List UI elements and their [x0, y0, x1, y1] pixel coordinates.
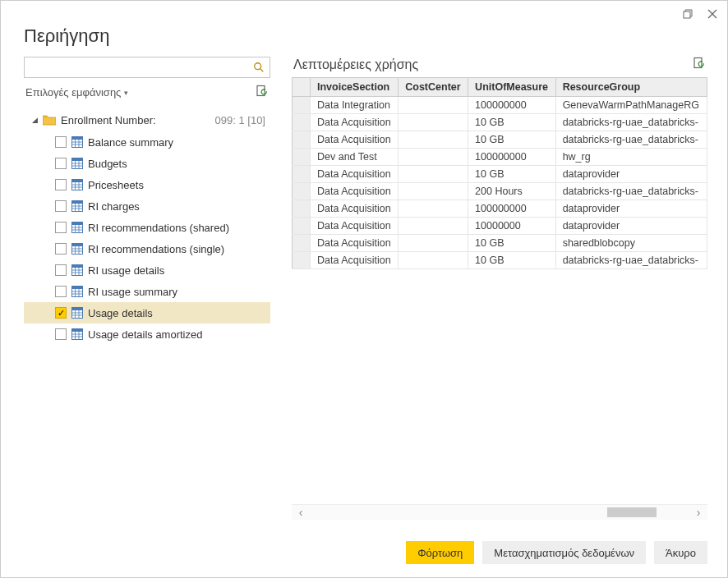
checkbox[interactable]: [55, 179, 67, 190]
cell: [399, 200, 468, 218]
tree-item[interactable]: RI usage summary: [24, 281, 270, 302]
cancel-button[interactable]: Άκυρο: [654, 541, 707, 564]
cell: [399, 149, 468, 166]
checkbox[interactable]: [55, 307, 67, 319]
row-header-cell: [293, 252, 311, 269]
svg-rect-46: [72, 287, 83, 290]
column-header[interactable]: InvoiceSection: [311, 78, 399, 97]
table-row[interactable]: Data Acquisition200 Hoursdatabricks-rg-u…: [293, 183, 707, 200]
table-row[interactable]: Data Acquisition10000000dataprovider: [293, 218, 707, 235]
window-restore-button[interactable]: [680, 6, 696, 22]
checkbox[interactable]: [55, 158, 67, 169]
table-icon: [71, 286, 83, 297]
cell: hw_rg: [555, 149, 707, 166]
cell: 100000000: [468, 149, 556, 166]
cell: dataprovider: [555, 200, 707, 218]
column-header[interactable]: UnitOfMeasure: [468, 78, 556, 97]
cell: [399, 97, 468, 114]
scroll-track[interactable]: [310, 507, 689, 517]
collapse-icon: ◢: [32, 116, 38, 124]
scroll-right-icon[interactable]: ›: [689, 505, 707, 520]
table-icon: [71, 328, 83, 340]
refresh-preview-button[interactable]: [693, 57, 706, 72]
cell: [399, 131, 468, 149]
cell: Data Acquisition: [311, 183, 399, 200]
row-header-cell: [293, 235, 311, 252]
cell: Data Acquisition: [311, 218, 399, 235]
checkbox[interactable]: [55, 222, 67, 233]
cell: Data Integration: [311, 97, 399, 114]
search-input[interactable]: [25, 62, 248, 74]
horizontal-scrollbar[interactable]: ‹ ›: [292, 505, 707, 520]
cell: Data Acquisition: [311, 166, 399, 183]
cell: databricks-rg-uae_databricks-: [555, 114, 707, 131]
scroll-left-icon[interactable]: ‹: [292, 505, 310, 520]
cell: 100000000: [468, 200, 556, 218]
cell: Data Acquisition: [311, 114, 399, 131]
tree-item[interactable]: Usage details: [24, 302, 270, 323]
tree-item[interactable]: RI usage details: [24, 259, 270, 281]
table-row[interactable]: Data Acquisition10 GBdataprovider: [293, 166, 707, 183]
tree-item[interactable]: RI recommendations (single): [24, 238, 270, 259]
window-close-button[interactable]: [704, 6, 721, 22]
cell: sharedblobcopy: [555, 235, 707, 252]
refresh-icon: [693, 57, 706, 70]
cell: databricks-rg-uae_databricks-: [555, 131, 707, 149]
tree-item-label: Balance summary: [88, 136, 173, 149]
svg-rect-0: [684, 11, 690, 18]
cell: Data Acquisition: [311, 252, 399, 269]
svg-rect-52: [72, 308, 83, 311]
cell: 10000000: [468, 218, 556, 235]
refresh-icon: [256, 85, 269, 98]
cell: [399, 235, 468, 252]
tree-item[interactable]: Balance summary: [24, 131, 270, 153]
preview-panel: Λεπτομέρειες χρήσης InvoiceSectionCostCe…: [292, 57, 707, 520]
checkbox[interactable]: [55, 264, 67, 276]
cell: databricks-rg-uae_databricks-: [555, 252, 707, 269]
refresh-tree-button[interactable]: [256, 85, 269, 100]
checkbox[interactable]: [55, 136, 67, 148]
checkbox[interactable]: [55, 286, 67, 297]
cell: 100000000: [468, 97, 556, 114]
row-header-cell: [293, 97, 311, 114]
tree-root-enrollment[interactable]: ◢ Enrollment Number: 099: 1 [10]: [24, 108, 270, 131]
table-row[interactable]: Data Acquisition10 GBdatabricks-rg-uae_d…: [293, 114, 707, 131]
tree-item-label: RI charges: [88, 200, 140, 213]
grid-corner-cell: [293, 78, 311, 97]
display-options-dropdown[interactable]: Επιλογές εμφάνισης ▾: [25, 86, 128, 99]
column-header[interactable]: ResourceGroup: [555, 78, 707, 97]
cell: GenevaWarmPathManageRG: [555, 97, 707, 114]
row-header-cell: [293, 131, 311, 149]
svg-point-1: [255, 63, 261, 70]
row-header-cell: [293, 149, 311, 166]
checkbox[interactable]: [55, 328, 67, 340]
preview-grid: InvoiceSectionCostCenterUnitOfMeasureRes…: [292, 77, 707, 269]
checkbox[interactable]: [55, 200, 67, 212]
transform-data-button[interactable]: Μετασχηματισμός δεδομένων: [482, 541, 646, 564]
tree-item[interactable]: RI charges: [24, 195, 270, 217]
cell: databricks-rg-uae_databricks-: [555, 183, 707, 200]
tree-item[interactable]: RI recommendations (shared): [24, 217, 270, 238]
search-button[interactable]: [248, 62, 270, 73]
tree-item-label: RI usage details: [88, 264, 164, 277]
tree-item[interactable]: Budgets: [24, 153, 270, 174]
cell: [399, 218, 468, 235]
table-row[interactable]: Data Acquisition100000000dataprovider: [293, 200, 707, 218]
column-header[interactable]: CostCenter: [399, 78, 468, 97]
table-row[interactable]: Dev and Test100000000hw_rg: [293, 149, 707, 166]
table-row[interactable]: Data Acquisition10 GBdatabricks-rg-uae_d…: [293, 131, 707, 149]
table-row[interactable]: Data Acquisition10 GBsharedblobcopy: [293, 235, 707, 252]
scroll-thumb[interactable]: [607, 507, 657, 517]
cell: 10 GB: [468, 131, 556, 149]
cell: 10 GB: [468, 166, 556, 183]
table-icon: [71, 264, 83, 276]
table-icon: [71, 136, 83, 148]
tree-item[interactable]: Pricesheets: [24, 174, 270, 195]
search-box: [24, 57, 270, 78]
checkbox[interactable]: [55, 243, 67, 255]
cell: Data Acquisition: [311, 131, 399, 149]
table-row[interactable]: Data Acquisition10 GBdatabricks-rg-uae_d…: [293, 252, 707, 269]
table-row[interactable]: Data Integration100000000GenevaWarmPathM…: [293, 97, 707, 114]
tree-item[interactable]: Usage details amortized: [24, 323, 270, 345]
load-button[interactable]: Φόρτωση: [406, 541, 474, 564]
